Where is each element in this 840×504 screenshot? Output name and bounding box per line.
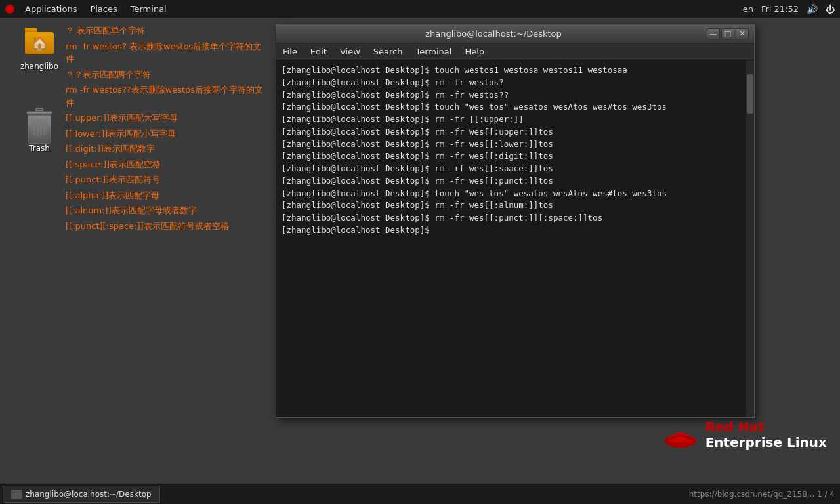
term-line-4: [zhanglibo@localhost Desktop]$ touch "we…: [282, 101, 749, 114]
redhat-logo: Red Hat Enterprise Linux: [663, 419, 827, 450]
maximize-button[interactable]: □: [721, 28, 734, 40]
topbar-left: Applications Places Terminal: [5, 3, 172, 15]
term-line-5: [zhanglibo@localhost Desktop]$ rm -fr [[…: [282, 114, 749, 126]
minimize-button[interactable]: —: [707, 28, 720, 40]
note-line-1: ？ 表示匹配单个字符: [66, 24, 266, 37]
volume-icon[interactable]: 🔊: [807, 4, 818, 14]
terminal-menu-top[interactable]: Terminal: [125, 3, 172, 15]
terminal-scrollbar[interactable]: [746, 60, 754, 417]
menu-terminal[interactable]: Terminal: [409, 45, 458, 58]
desktop: 🏠 zhanglibo Trash: [0, 18, 840, 483]
places-menu[interactable]: Places: [85, 3, 122, 15]
term-line-3: [zhanglibo@localhost Desktop]$ rm -fr we…: [282, 89, 749, 102]
taskbar-item-label: zhanglibo@localhost:~/Desktop: [26, 490, 152, 499]
terminal-body[interactable]: [zhanglibo@localhost Desktop]$ touch wes…: [276, 60, 754, 417]
note-line-4: rm -fr westos??表示删除westos后接两个字符的文件: [66, 83, 266, 109]
sidebar-notes: ？ 表示匹配单个字符 rm -fr westos? 表示删除westos后接单个…: [0, 18, 272, 483]
term-line-13: [zhanglibo@localhost Desktop]$ rm -fr we…: [282, 212, 749, 224]
term-line-2: [zhanglibo@localhost Desktop]$ rm -fr we…: [282, 77, 749, 89]
taskbar-terminal-icon: [11, 490, 22, 499]
note-line-10: [[:alpha:]]表示匹配字母: [66, 189, 266, 202]
note-line-3: ？？表示匹配两个字符: [66, 68, 266, 81]
close-button[interactable]: ✕: [736, 28, 749, 40]
term-line-8: [zhanglibo@localhost Desktop]$ rm -fr we…: [282, 150, 749, 163]
redhat-icon: [5, 5, 14, 14]
term-line-9: [zhanglibo@localhost Desktop]$ rm -rf we…: [282, 163, 749, 175]
terminal-title: zhanglibo@localhost:~/Desktop: [282, 29, 705, 39]
note-line-12: [[:punct][:space:]]表示匹配符号或者空格: [66, 220, 266, 233]
note-line-7: [[:digit:]]表示匹配数字: [66, 142, 266, 156]
scrollbar-thumb[interactable]: [747, 74, 753, 114]
applications-menu[interactable]: Applications: [20, 3, 82, 15]
power-icon[interactable]: ⏻: [826, 4, 835, 14]
term-line-14: [zhanglibo@localhost Desktop]$: [282, 224, 749, 237]
note-line-8: [[:space:]]表示匹配空格: [66, 158, 266, 171]
menu-search[interactable]: Search: [367, 45, 410, 58]
menu-view[interactable]: View: [333, 45, 367, 58]
term-line-10: [zhanglibo@localhost Desktop]$ rm -fr we…: [282, 175, 749, 188]
menu-file[interactable]: File: [276, 45, 304, 58]
note-line-5: [[:upper:]]表示匹配大写字母: [66, 112, 266, 125]
note-line-11: [[:alnum:]]表示匹配字母或者数字: [66, 204, 266, 217]
redhat-line2: Enterprise Linux: [705, 434, 827, 450]
term-line-1: [zhanglibo@localhost Desktop]$ touch wes…: [282, 64, 749, 77]
top-bar: Applications Places Terminal en Fri 21:5…: [0, 0, 840, 18]
topbar-right: en Fri 21:52 🔊 ⏻: [743, 4, 835, 14]
redhat-text: Red Hat Enterprise Linux: [705, 419, 827, 450]
redhat-hat-svg: [663, 420, 699, 450]
term-line-7: [zhanglibo@localhost Desktop]$ rm -fr we…: [282, 138, 749, 151]
note-line-6: [[:lower:]]表示匹配小写字母: [66, 127, 266, 140]
language-indicator: en: [743, 4, 753, 14]
terminal-titlebar[interactable]: zhanglibo@localhost:~/Desktop — □ ✕: [276, 25, 754, 43]
taskbar-terminal-item[interactable]: zhanglibo@localhost:~/Desktop: [3, 486, 160, 503]
terminal-menu-bar: File Edit View Search Terminal Help: [276, 43, 754, 60]
menu-edit[interactable]: Edit: [304, 45, 333, 58]
note-line-9: [[:punct:]]表示匹配符号: [66, 173, 266, 186]
taskbar-right-text: https://blog.csdn.net/qq_2158... 1 / 4: [689, 490, 835, 499]
clock: Fri 21:52: [761, 4, 799, 14]
note-line-2: rm -fr westos? 表示删除westos后接单个字符的文件: [66, 40, 266, 66]
redhat-line1: Red Hat: [705, 419, 827, 434]
term-line-11: [zhanglibo@localhost Desktop]$ touch "we…: [282, 188, 749, 200]
taskbar: zhanglibo@localhost:~/Desktop https://bl…: [0, 483, 840, 504]
terminal-window: zhanglibo@localhost:~/Desktop — □ ✕ File…: [276, 24, 755, 418]
menu-help[interactable]: Help: [458, 45, 491, 58]
term-line-6: [zhanglibo@localhost Desktop]$ rm -fr we…: [282, 126, 749, 138]
term-line-12: [zhanglibo@localhost Desktop]$ rm -fr we…: [282, 200, 749, 212]
